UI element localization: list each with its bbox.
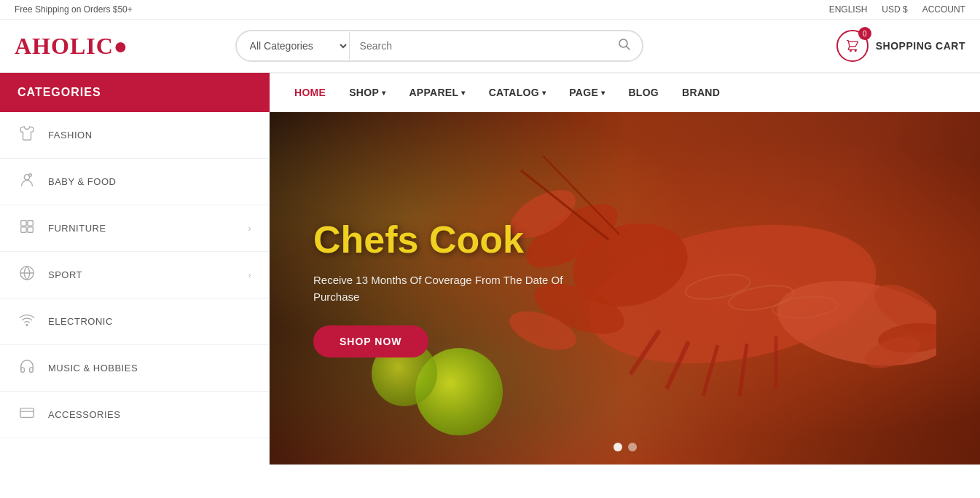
sidebar-item-baby-food[interactable]: BABY & FOOD [0, 159, 269, 205]
chevron-down-icon: ▾ [382, 89, 385, 97]
hero-dots [614, 443, 637, 451]
svg-rect-4 [21, 221, 26, 226]
top-bar-right: ENGLISH USD $ ACCOUNT [829, 4, 965, 15]
sidebar-label-fashion: FASHION [48, 130, 251, 141]
header: AHOLIC● All Categories Fashion Baby & Fo… [0, 20, 980, 73]
svg-rect-6 [21, 227, 26, 232]
sidebar: FASHION BABY & FOOD [0, 112, 270, 465]
search-button[interactable] [607, 31, 642, 60]
svg-point-10 [26, 324, 28, 325]
furniture-icon [17, 218, 36, 238]
sidebar-item-sport[interactable]: SPORT › [0, 252, 269, 299]
search-input[interactable] [350, 33, 607, 59]
categories-title: CATEGORIES [17, 86, 101, 99]
hero-dot-2[interactable] [628, 443, 637, 451]
nav-area: CATEGORIES HOME SHOP ▾ APPAREL ▾ CATALOG… [0, 73, 980, 112]
nav-item-home[interactable]: HOME [284, 74, 336, 111]
hero-content: Chefs Cook Receive 13 Months Of Coverage… [270, 219, 634, 357]
hero-banner: Chefs Cook Receive 13 Months Of Coverage… [270, 112, 980, 465]
sidebar-item-accessories[interactable]: ACCESSORIES [0, 392, 269, 438]
language-selector[interactable]: ENGLISH [829, 4, 868, 15]
main-nav: HOME SHOP ▾ APPAREL ▾ CATALOG ▾ PAGE ▾ B… [270, 73, 980, 112]
hero-subtitle: Receive 13 Months Of Coverage From The D… [313, 272, 590, 305]
currency-selector[interactable]: USD $ [882, 4, 907, 15]
nav-item-page[interactable]: PAGE ▾ [559, 74, 615, 111]
chevron-down-icon: ▾ [461, 89, 465, 97]
cart-icon-wrap: 0 [836, 30, 869, 62]
nav-item-shop[interactable]: SHOP ▾ [339, 74, 396, 111]
sidebar-item-electronic[interactable]: ELECTRONIC [0, 299, 269, 345]
svg-rect-7 [28, 227, 33, 232]
cart-area[interactable]: 0 SHOPPING CART [836, 30, 965, 62]
sidebar-label-sport: SPORT [48, 269, 237, 280]
nav-item-apparel[interactable]: APPAREL ▾ [399, 74, 475, 111]
electronic-icon [17, 312, 36, 331]
promo-text: Free Shipping on Orders $50+ [15, 4, 133, 15]
content-area: FASHION BABY & FOOD [0, 112, 980, 465]
logo[interactable]: AHOLIC● [15, 33, 131, 60]
search-bar: All Categories Fashion Baby & Food Furni… [235, 30, 643, 62]
baby-icon [17, 172, 36, 191]
chevron-right-icon: › [248, 224, 252, 234]
cart-icon [845, 39, 860, 53]
account-menu[interactable]: ACCOUNT [922, 4, 965, 15]
svg-point-3 [29, 174, 32, 177]
svg-line-1 [626, 47, 630, 50]
sport-icon [17, 265, 36, 285]
sidebar-label-electronic: ELECTRONIC [48, 316, 251, 327]
chevron-down-icon: ▾ [542, 89, 546, 97]
svg-rect-11 [20, 408, 34, 418]
hero-dot-1[interactable] [614, 443, 622, 451]
sidebar-label-music: MUSIC & HOBBIES [48, 363, 251, 374]
sidebar-label-baby-food: BABY & FOOD [48, 176, 251, 187]
top-bar: Free Shipping on Orders $50+ ENGLISH USD… [0, 0, 980, 20]
nav-item-blog[interactable]: BLOG [618, 74, 669, 111]
sidebar-item-music[interactable]: MUSIC & HOBBIES [0, 345, 269, 392]
search-icon [619, 39, 630, 50]
cart-label: SHOPPING CART [876, 40, 965, 52]
accessories-icon [17, 405, 36, 424]
logo-text: AHOLIC [15, 33, 114, 59]
chevron-right-icon: › [248, 270, 252, 280]
nav-item-catalog[interactable]: CATALOG ▾ [479, 74, 557, 111]
categories-header[interactable]: CATEGORIES [0, 73, 270, 112]
category-select[interactable]: All Categories Fashion Baby & Food Furni… [237, 32, 350, 60]
sidebar-item-furniture[interactable]: FURNITURE › [0, 205, 269, 252]
shirt-icon [17, 125, 36, 145]
sidebar-label-furniture: FURNITURE [48, 223, 237, 234]
svg-rect-5 [28, 221, 33, 226]
sidebar-label-accessories: ACCESSORIES [48, 409, 251, 420]
hero-title: Chefs Cook [313, 219, 590, 261]
chevron-down-icon: ▾ [601, 89, 605, 97]
sidebar-item-fashion[interactable]: FASHION [0, 112, 269, 159]
cart-badge: 0 [858, 27, 871, 40]
nav-item-brand[interactable]: BRAND [672, 74, 730, 111]
shop-now-button[interactable]: SHOP NOW [313, 325, 428, 357]
headphones-icon [17, 358, 36, 378]
